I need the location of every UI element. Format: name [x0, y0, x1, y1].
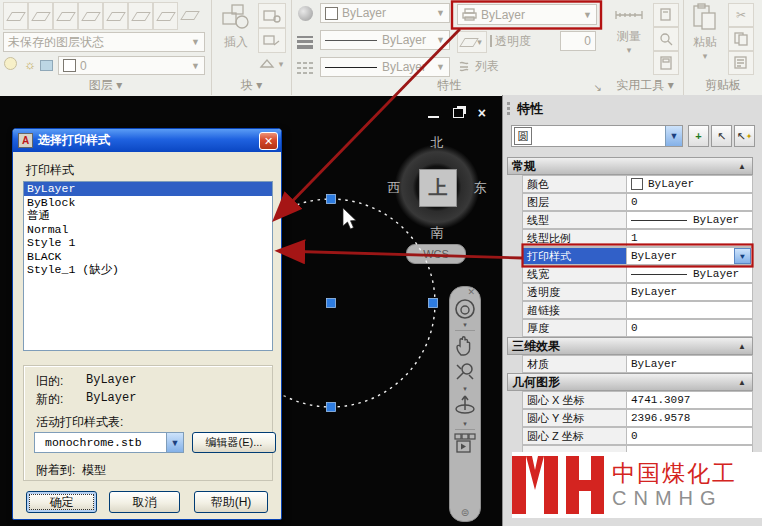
lightbulb-icon[interactable] [4, 57, 17, 72]
collapse-arrow-icon[interactable]: ▲ [738, 342, 746, 351]
layer-isolate-icon[interactable] [53, 2, 78, 30]
chevron-down-icon[interactable]: ▾ [463, 385, 467, 392]
copy-icon[interactable] [728, 27, 754, 51]
property-row[interactable]: 线宽ByLayer [507, 265, 753, 283]
linetype-icon[interactable] [296, 61, 314, 75]
unlock-icon[interactable] [40, 60, 53, 71]
lineweight-dropdown[interactable]: ByLayer ▼ [320, 30, 450, 50]
layer-state-icon[interactable] [28, 2, 53, 30]
transparency-input[interactable]: 0 [560, 31, 596, 51]
dialog-launcher-icon[interactable]: ↘ [594, 82, 602, 93]
zoom-icon[interactable] [453, 359, 477, 385]
layer-unisolate-icon[interactable] [78, 2, 103, 30]
cut-icon[interactable]: ✂ [728, 3, 754, 27]
layer-match-icon[interactable] [153, 2, 178, 30]
edit-block-icon[interactable] [258, 3, 286, 28]
plot-style-option[interactable]: 普通 [24, 209, 272, 223]
chevron-down-icon[interactable]: ▾ [463, 321, 467, 328]
layer-properties-icon[interactable] [3, 2, 28, 30]
color-sphere-icon[interactable] [298, 6, 313, 21]
plot-style-option[interactable]: BLACK [24, 250, 272, 264]
showmotion-icon[interactable] [453, 432, 477, 456]
plot-style-option[interactable]: Style_1 (缺少) [24, 263, 272, 277]
property-row[interactable]: 材质ByLayer [507, 355, 753, 373]
edit-attributes-icon[interactable] [258, 28, 286, 53]
linetype-dropdown[interactable]: ByLayer ▼ [320, 57, 450, 77]
pan-hand-icon[interactable] [453, 333, 477, 359]
editor-button[interactable]: 编辑器(E)... [192, 432, 276, 453]
measure-button[interactable]: 测量 ▾ [610, 3, 648, 77]
property-value[interactable]: 4741.3097 [627, 391, 753, 409]
plot-style-table-dropdown[interactable]: monochrome.stb ▼ [34, 432, 184, 453]
property-row[interactable]: 打印样式ByLayer▼ [507, 247, 753, 265]
grip-south[interactable] [327, 403, 336, 412]
grip-north[interactable] [327, 195, 336, 204]
property-row[interactable]: 超链接 [507, 301, 753, 319]
select-objects-button[interactable]: ↖ [711, 125, 732, 147]
plot-style-dropdown-ribbon[interactable]: ByLayer ▼ [457, 4, 597, 25]
property-value[interactable]: ByLayer [627, 355, 753, 373]
property-row[interactable]: 线型ByLayer [507, 211, 753, 229]
lineweight-icon[interactable] [296, 34, 314, 50]
chevron-down-icon[interactable]: ▼ [665, 126, 682, 146]
property-value[interactable]: 2396.9578 [627, 409, 753, 427]
dialog-title-bar[interactable]: A 选择打印样式 ✕ [13, 129, 281, 152]
property-value[interactable]: 1 [627, 229, 753, 247]
cancel-button[interactable]: 取消 [109, 491, 180, 513]
navigation-bar[interactable]: ✕ ▾ ▾ ▾ [449, 286, 481, 522]
orbit-icon[interactable] [452, 392, 478, 420]
insert-block-button[interactable]: 插入 [218, 3, 254, 77]
dialog-close-button[interactable]: ✕ [259, 132, 278, 150]
id-point-icon[interactable] [653, 27, 679, 51]
property-row[interactable]: 圆心 X 坐标4741.3097 [507, 391, 753, 409]
calculator-icon[interactable] [653, 51, 679, 75]
quick-select-button[interactable]: ↖✦ [734, 125, 755, 147]
property-row[interactable]: 厚度0 [507, 319, 753, 337]
chevron-down-icon[interactable]: ▾ [463, 420, 467, 427]
layer-dropdown[interactable]: 0 ▼ [58, 56, 205, 75]
list-button[interactable]: 列表 [457, 58, 499, 75]
property-value[interactable] [627, 301, 753, 319]
property-row[interactable]: 线型比例1 [507, 229, 753, 247]
help-button[interactable]: 帮助(H) [194, 491, 268, 513]
property-value[interactable]: ByLayer▼ [627, 247, 753, 265]
plot-style-list[interactable]: ByLayerByBlock普通NormalStyle 1BLACKStyle_… [23, 181, 273, 351]
layer-previous-icon[interactable] [178, 2, 201, 28]
navigation-wheel-icon[interactable] [453, 297, 477, 321]
object-selector-dropdown[interactable]: 圆 ▼ [511, 125, 683, 147]
plot-style-option[interactable]: Normal [24, 223, 272, 237]
grip-east[interactable] [429, 299, 438, 308]
collapse-arrow-icon[interactable]: ▲ [738, 162, 746, 171]
object-color-dropdown[interactable]: ByLayer ▼ [320, 3, 450, 23]
layer-off-icon[interactable] [128, 2, 153, 30]
block-attribute-icon[interactable]: ▾ [258, 53, 284, 75]
property-row[interactable]: 圆心 Y 坐标2396.9578 [507, 409, 753, 427]
property-value[interactable]: ByLayer [627, 283, 753, 301]
transparency-icon[interactable]: ▾ [457, 31, 487, 53]
property-value[interactable]: ByLayer [627, 265, 753, 283]
ok-button[interactable]: 确定 [26, 491, 97, 513]
property-value[interactable]: ByLayer [627, 175, 753, 193]
collapse-arrow-icon[interactable]: ▲ [738, 378, 746, 387]
property-value[interactable]: 0 [627, 427, 753, 445]
property-row[interactable]: 圆心 Z 坐标0 [507, 427, 753, 445]
paste-special-icon[interactable] [728, 51, 754, 75]
sun-icon[interactable]: ☼ [24, 57, 36, 72]
property-value[interactable]: 0 [627, 193, 753, 211]
property-row[interactable]: 颜色ByLayer [507, 175, 753, 193]
utilities-panel-label[interactable]: 实用工具 ▾ [607, 77, 683, 94]
chevron-down-icon[interactable]: ▼ [734, 248, 751, 264]
property-value[interactable]: 0 [627, 319, 753, 337]
plot-style-option[interactable]: Style 1 [24, 236, 272, 250]
plot-style-option[interactable]: ByBlock [24, 196, 272, 210]
toggle-pickadd-button[interactable]: + [688, 125, 709, 147]
clipboard-panel-label[interactable]: 剪贴板 [684, 77, 762, 94]
property-row[interactable]: 图层0 [507, 193, 753, 211]
plot-style-option[interactable]: ByLayer [24, 182, 272, 196]
quick-calc-icon[interactable] [653, 3, 679, 27]
section-header[interactable]: 几何图形▲ [507, 373, 753, 391]
layers-panel-label[interactable]: 图层 ▾ [0, 77, 211, 94]
property-row[interactable]: 透明度ByLayer [507, 283, 753, 301]
block-panel-label[interactable]: 块 ▾ [212, 77, 291, 94]
chevron-down-icon[interactable]: ▼ [166, 433, 183, 452]
